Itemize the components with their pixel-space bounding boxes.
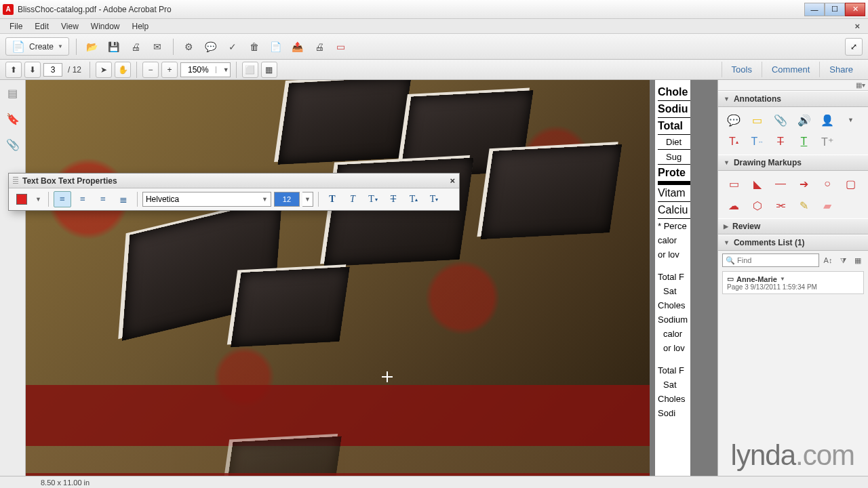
sticky-note-tool[interactable]: 💬 [725,113,743,127]
find-input[interactable] [737,256,816,264]
maximize-button[interactable]: ☐ [825,3,845,16]
print-production-button[interactable]: 🖨 [311,38,328,56]
annotations-header[interactable]: ▼ Annotations [718,91,868,107]
comment-item[interactable]: ▭ Anne-Marie ▼ Page 3 9/13/2011 1:59:34 … [722,271,864,294]
filter-button[interactable]: ⧩ [837,254,849,266]
connected-lines-tool[interactable]: ⫘ [772,198,789,213]
rectangle-tool[interactable]: ▢ [842,176,860,191]
comment-link[interactable]: Comment [762,62,819,77]
align-justify-button[interactable]: ≣ [115,191,132,207]
replace-text-tool[interactable]: T↔ [749,134,766,149]
email-button[interactable]: ✉ [149,38,166,56]
record-audio-tool[interactable]: 🔊 [795,113,813,127]
attachments-panel-icon[interactable]: 📎 [5,137,20,152]
stamp-tool[interactable]: 👤 [818,113,836,127]
zoom-in-button[interactable]: + [161,62,178,78]
comments-list-label: Comments List (1) [734,238,805,247]
cloud-tool[interactable]: ☁ [725,198,743,213]
nutrition-footnote: calor [658,327,690,341]
strikethrough-tool[interactable]: T [772,134,789,149]
bookmarks-panel-icon[interactable]: 🔖 [5,111,20,126]
subscript-button[interactable]: T▾ [425,191,443,207]
fit-width-button[interactable]: ⬜ [242,62,258,78]
panel-options[interactable]: ▦▾ [718,80,868,91]
add-note-to-text-tool[interactable]: T⁺ [818,134,836,149]
window-controls: — ☐ ✕ [804,3,865,16]
nutrition-row: Diet [658,135,690,150]
settings-button[interactable]: ⚙ [180,38,198,56]
menu-view[interactable]: View [56,20,84,33]
document-viewport[interactable]: Chole Sodiu Total Diet Sug Prote Vitam C… [26,80,717,476]
align-center-button[interactable]: ≡ [74,191,92,207]
doc-close-button[interactable]: × [850,20,864,33]
tools-link[interactable]: Tools [722,62,762,77]
zoom-out-button[interactable]: − [142,62,159,78]
attach-file-tool[interactable]: 📎 [772,113,789,127]
polygon-tool[interactable]: ⬡ [749,198,766,213]
review-header[interactable]: ▶ Review [718,218,868,235]
insert-page-button[interactable]: 📄 [267,38,285,56]
sort-button[interactable]: A↕ [822,254,834,266]
page-number-input[interactable] [43,63,62,77]
comments-list-header[interactable]: ▼ Comments List (1) [718,235,868,251]
hand-tool-button[interactable]: ✋ [115,62,131,78]
minimize-button[interactable]: — [804,3,825,16]
open-button[interactable]: 📂 [83,38,101,56]
pages-panel-icon[interactable]: ▤ [5,85,20,100]
select-tool-button[interactable]: ➤ [96,62,112,78]
close-icon[interactable]: × [450,176,455,186]
strikethrough-button[interactable]: T [384,191,402,207]
textbox-cursor-icon [382,371,393,382]
page-down-button[interactable]: ⬇ [24,62,41,78]
superscript-button[interactable]: T▴ [405,191,422,207]
menu-bar: File Edit View Window Help × [0,19,868,34]
underline-tool[interactable]: T [795,134,813,149]
stamp-dropdown[interactable]: ▼ [842,113,860,127]
extract-button[interactable]: 📤 [289,38,307,56]
menu-file[interactable]: File [4,20,28,33]
chocolate-block [231,267,349,347]
font-size-input[interactable]: 12 [274,192,300,207]
print-button[interactable]: 🖨 [127,38,144,56]
font-size-dropdown[interactable]: ▼ [302,192,313,207]
eraser-tool[interactable]: ▰ [818,198,836,213]
status-bar: 8.50 x 11.00 in [0,476,868,488]
insert-text-tool[interactable]: T▴ [725,134,743,149]
page-up-button[interactable]: ⬆ [5,62,22,78]
bold-button[interactable]: T [323,191,341,207]
oval-tool[interactable]: ○ [818,176,836,191]
save-button[interactable]: 💾 [105,38,123,56]
chevron-down-icon: ▼ [724,96,730,102]
zoom-select[interactable]: 150% ▼ [180,62,231,77]
close-button[interactable]: ✕ [845,3,865,16]
arrow-tool[interactable]: ➔ [795,176,813,191]
font-family-select[interactable]: Helvetica ▼ [142,192,271,207]
fit-page-button[interactable]: ▦ [261,62,277,78]
find-input-wrapper[interactable]: 🔍 [722,253,819,267]
options-button[interactable]: ▦ [852,254,864,266]
comment-bubble-button[interactable]: 💬 [202,38,220,56]
line-tool[interactable]: — [772,176,789,191]
stamp-button[interactable]: ✓ [224,38,241,56]
menu-edit[interactable]: Edit [29,20,54,33]
pencil-tool[interactable]: ✎ [795,198,813,213]
underline-button[interactable]: T▾ [364,191,382,207]
highlight-tool[interactable]: ▭ [749,113,766,127]
italic-button[interactable]: T [344,191,361,207]
share-link[interactable]: Share [819,62,863,77]
align-left-button[interactable]: ≡ [54,191,71,207]
align-right-button[interactable]: ≡ [94,191,112,207]
delete-page-button[interactable]: 🗑 [245,38,263,56]
textbox-tool[interactable]: ▭ [725,176,743,191]
drawing-markups-header[interactable]: ▼ Drawing Markups [718,155,868,171]
textbox-properties-titlebar[interactable]: Text Box Text Properties × [9,174,459,188]
menu-window[interactable]: Window [85,20,125,33]
create-button[interactable]: 📄 Create ▼ [5,37,69,56]
callout-tool[interactable]: ◣ [749,176,766,191]
comment-type-icon: ▭ [727,274,734,283]
menu-help[interactable]: Help [127,20,155,33]
text-color-button[interactable] [13,191,31,207]
expand-toolbar-button[interactable]: ⤢ [845,38,863,56]
form-button[interactable]: ▭ [332,38,350,56]
textbox-properties-panel[interactable]: Text Box Text Properties × ▼ ≡ ≡ ≡ ≣ Hel… [8,173,460,211]
